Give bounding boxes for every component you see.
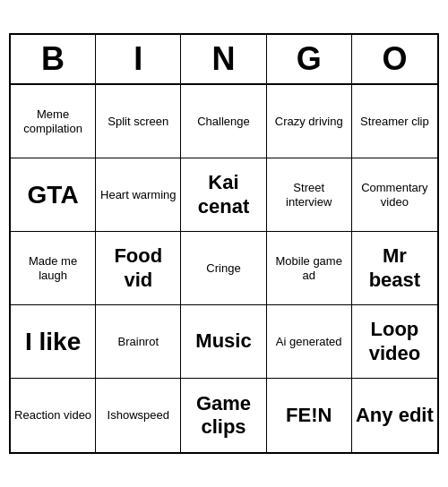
bingo-cell[interactable]: Ai generated xyxy=(267,305,352,379)
header-letter: N xyxy=(181,35,266,83)
bingo-cell[interactable]: Mr beast xyxy=(352,232,437,305)
bingo-header: BINGO xyxy=(11,35,437,85)
bingo-cell[interactable]: Challenge xyxy=(181,85,266,158)
header-letter: O xyxy=(352,35,437,83)
bingo-cell[interactable]: I like xyxy=(11,305,96,379)
bingo-cell[interactable]: Loop video xyxy=(352,305,437,379)
bingo-card: BINGO Meme compilationSplit screenChalle… xyxy=(9,33,439,454)
bingo-grid: Meme compilationSplit screenChallengeCra… xyxy=(11,85,437,452)
bingo-cell[interactable]: GTA xyxy=(11,158,96,232)
bingo-cell[interactable]: Any edit xyxy=(352,379,437,452)
bingo-cell[interactable]: Brainrot xyxy=(96,305,181,379)
header-letter: G xyxy=(267,35,352,83)
header-letter: I xyxy=(96,35,181,83)
bingo-cell[interactable]: Ishowspeed xyxy=(96,379,181,452)
bingo-cell[interactable]: Kai cenat xyxy=(181,158,266,232)
bingo-cell[interactable]: Made me laugh xyxy=(11,232,96,305)
bingo-cell[interactable]: Commentary video xyxy=(352,158,437,232)
bingo-cell[interactable]: Mobile game ad xyxy=(267,232,352,305)
bingo-cell[interactable]: Streamer clip xyxy=(352,85,437,158)
bingo-cell[interactable]: Split screen xyxy=(96,85,181,158)
bingo-cell[interactable]: Meme compilation xyxy=(11,85,96,158)
bingo-cell[interactable]: Music xyxy=(181,305,266,379)
bingo-cell[interactable]: Heart warming xyxy=(96,158,181,232)
bingo-cell[interactable]: FE!N xyxy=(267,379,352,452)
bingo-cell[interactable]: Food vid xyxy=(96,232,181,305)
bingo-cell[interactable]: Street interview xyxy=(267,158,352,232)
bingo-cell[interactable]: Game clips xyxy=(181,379,266,452)
bingo-cell[interactable]: Crazy driving xyxy=(267,85,352,158)
bingo-cell[interactable]: Cringe xyxy=(181,232,266,305)
header-letter: B xyxy=(11,35,96,83)
bingo-cell[interactable]: Reaction video xyxy=(11,379,96,452)
